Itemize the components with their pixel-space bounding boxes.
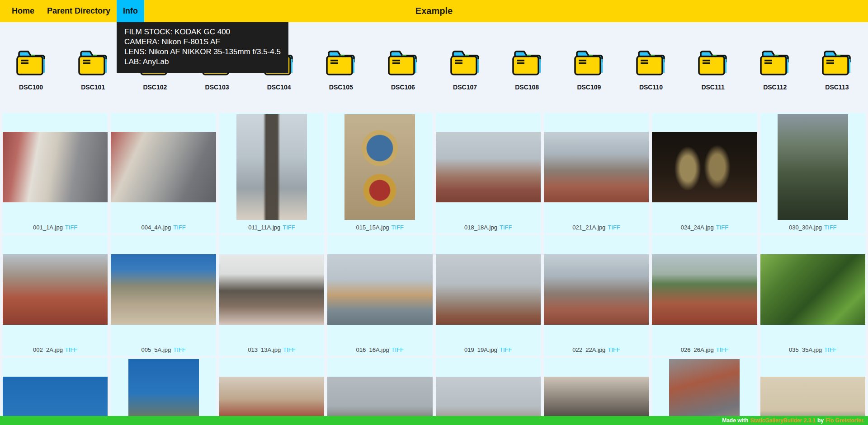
folder-icon: [821, 47, 853, 77]
photo-caption: 019_19A.jpg TIFF: [464, 344, 512, 356]
folder-item-dsc105[interactable]: DSC105: [310, 47, 372, 91]
folder-label: DSC101: [81, 84, 105, 91]
photo-thumbnail[interactable]: [128, 359, 199, 425]
photo-filename-link[interactable]: 018_18A.jpg: [464, 224, 497, 231]
gallery-cell: 011_11A.jpg TIFF: [219, 113, 324, 234]
top-nav-bar: Home Parent Directory Info FILM STOCK: K…: [0, 0, 868, 22]
tiff-link[interactable]: TIFF: [65, 346, 77, 353]
tooltip-film-stock: FILM STOCK: KODAK GC 400: [124, 27, 281, 37]
tooltip-camera: CAMERA: Nikon F-801S AF: [124, 37, 281, 47]
folder-icon: [387, 47, 419, 77]
photo-filename-link[interactable]: 013_13A.jpg: [248, 346, 281, 353]
thumbnail-area: [3, 235, 108, 344]
tiff-link[interactable]: TIFF: [716, 224, 728, 231]
photo-thumbnail[interactable]: [111, 132, 216, 202]
folder-item-dsc100[interactable]: DSC100: [0, 47, 62, 91]
folder-item-dsc113[interactable]: DSC113: [806, 47, 868, 91]
photo-thumbnail[interactable]: [652, 254, 757, 325]
tiff-link[interactable]: TIFF: [716, 346, 728, 353]
tiff-link[interactable]: TIFF: [608, 346, 620, 353]
folder-item-dsc101[interactable]: DSC101: [62, 47, 124, 91]
thumbnail-area: [544, 113, 649, 221]
thumbnail-area: [436, 113, 541, 221]
folder-icon: [759, 47, 791, 77]
tiff-link[interactable]: TIFF: [392, 346, 404, 353]
photo-filename-link[interactable]: 004_4A.jpg: [141, 224, 171, 231]
photo-filename-link[interactable]: 019_19A.jpg: [464, 346, 497, 353]
photo-thumbnail[interactable]: [327, 254, 432, 325]
gallery-cell: [111, 358, 216, 425]
tiff-link[interactable]: TIFF: [500, 224, 512, 231]
tiff-link[interactable]: TIFF: [824, 224, 836, 231]
folder-item-dsc108[interactable]: DSC108: [496, 47, 558, 91]
tiff-link[interactable]: TIFF: [500, 346, 512, 353]
thumbnail-area: [111, 113, 216, 221]
photo-thumbnail[interactable]: [3, 132, 108, 202]
folder-item-dsc112[interactable]: DSC112: [744, 47, 806, 91]
footer-author-link[interactable]: Flo Greistorfer.: [826, 417, 864, 424]
tiff-link[interactable]: TIFF: [65, 224, 77, 231]
photo-filename-link[interactable]: 011_11A.jpg: [248, 224, 280, 231]
nav-item-home[interactable]: Home: [5, 0, 41, 22]
folder-item-dsc111[interactable]: DSC111: [682, 47, 744, 91]
photo-thumbnail[interactable]: [344, 114, 415, 220]
photo-thumbnail[interactable]: [760, 254, 865, 325]
folder-item-dsc110[interactable]: DSC110: [620, 47, 682, 91]
photo-thumbnail[interactable]: [652, 132, 757, 202]
photo-thumbnail[interactable]: [778, 114, 848, 220]
gallery-cell: 030_30A.jpg TIFF: [760, 113, 865, 234]
folder-item-dsc109[interactable]: DSC109: [558, 47, 620, 91]
nav-item-home-label: Home: [12, 6, 34, 16]
gallery-cell: 022_22A.jpg TIFF: [544, 235, 649, 356]
footer-bar: Made with StaticGalleryBuilder 2.3.1 by …: [0, 416, 868, 425]
photo-filename-link[interactable]: 030_30A.jpg: [789, 224, 822, 231]
tiff-link[interactable]: TIFF: [173, 346, 185, 353]
photo-thumbnail[interactable]: [544, 132, 649, 202]
photo-caption: 021_21A.jpg TIFF: [572, 221, 620, 234]
folder-icon: [449, 47, 481, 77]
nav-item-info[interactable]: Info FILM STOCK: KODAK GC 400 CAMERA: Ni…: [117, 0, 144, 22]
photo-thumbnail[interactable]: [669, 359, 740, 425]
thumbnail-area: [544, 358, 649, 425]
photo-filename-link[interactable]: 015_15A.jpg: [356, 224, 389, 231]
gallery-cell: 016_16A.jpg TIFF: [327, 235, 432, 356]
photo-thumbnail[interactable]: [436, 254, 541, 325]
folder-item-dsc106[interactable]: DSC106: [372, 47, 434, 91]
photo-filename-link[interactable]: 035_35A.jpg: [789, 346, 822, 353]
gallery-cell: 013_13A.jpg TIFF: [219, 235, 324, 356]
thumbnail-area: [760, 235, 865, 344]
gallery-cell: 018_18A.jpg TIFF: [436, 113, 541, 234]
photo-thumbnail[interactable]: [3, 254, 108, 325]
photo-thumbnail[interactable]: [111, 254, 216, 325]
folder-icon: [511, 47, 543, 77]
photo-filename-link[interactable]: 016_16A.jpg: [356, 346, 389, 353]
folder-icon: [77, 47, 109, 77]
photo-thumbnail[interactable]: [544, 254, 649, 325]
photo-filename-link[interactable]: 024_24A.jpg: [681, 224, 714, 231]
photo-filename-link[interactable]: 022_22A.jpg: [572, 346, 605, 353]
footer-builder-link[interactable]: StaticGalleryBuilder 2.3.1: [750, 417, 816, 424]
thumbnail-area: [3, 358, 108, 425]
gallery-cell: [219, 358, 324, 425]
nav-item-parent-directory[interactable]: Parent Directory: [41, 0, 117, 22]
photo-filename-link[interactable]: 002_2A.jpg: [33, 346, 63, 353]
tiff-link[interactable]: TIFF: [283, 346, 295, 353]
photo-caption: 030_30A.jpg TIFF: [789, 221, 836, 234]
gallery-cell: 001_1A.jpg TIFF: [3, 113, 108, 234]
photo-caption: 024_24A.jpg TIFF: [681, 221, 728, 234]
photo-thumbnail[interactable]: [219, 254, 324, 325]
folder-icon: [325, 47, 357, 77]
tiff-link[interactable]: TIFF: [173, 224, 185, 231]
photo-filename-link[interactable]: 026_26A.jpg: [681, 346, 714, 353]
photo-filename-link[interactable]: 021_21A.jpg: [572, 224, 605, 231]
tiff-link[interactable]: TIFF: [824, 346, 836, 353]
photo-filename-link[interactable]: 005_5A.jpg: [141, 346, 171, 353]
tiff-link[interactable]: TIFF: [608, 224, 620, 231]
tiff-link[interactable]: TIFF: [392, 224, 404, 231]
folder-item-dsc107[interactable]: DSC107: [434, 47, 496, 91]
folder-icon: [635, 47, 667, 77]
photo-filename-link[interactable]: 001_1A.jpg: [33, 224, 63, 231]
photo-thumbnail[interactable]: [436, 132, 541, 202]
photo-thumbnail[interactable]: [236, 114, 307, 220]
tiff-link[interactable]: TIFF: [283, 224, 295, 231]
